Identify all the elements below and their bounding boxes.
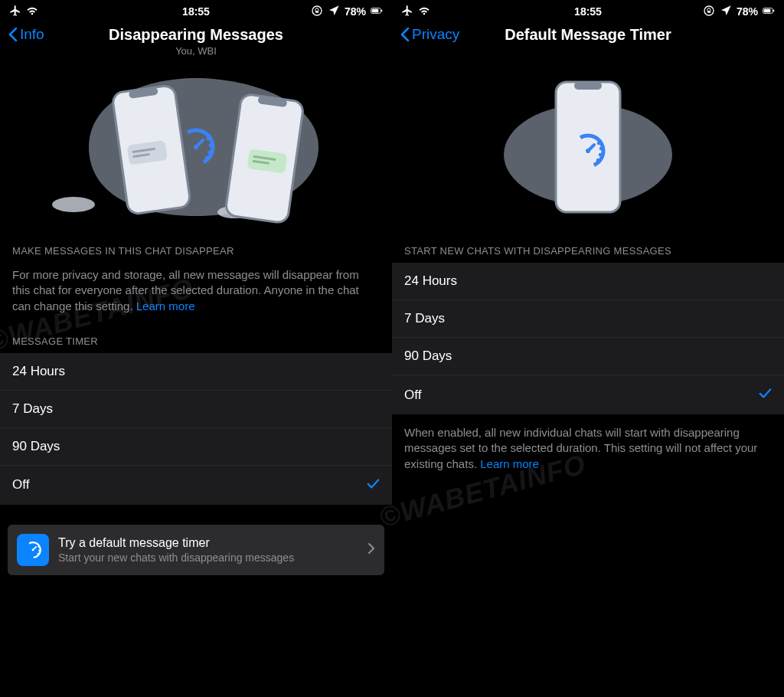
svg-point-21: [207, 137, 211, 141]
back-button[interactable]: Privacy: [400, 26, 459, 43]
learn-more-link[interactable]: Learn more: [480, 457, 539, 470]
timer-option[interactable]: 90 Days: [392, 338, 784, 375]
wifi-icon: [26, 5, 38, 19]
back-label: Privacy: [412, 26, 459, 43]
screen-default-message-timer: 18:55 78% Privacy Default Message Timer: [392, 0, 784, 697]
svg-rect-36: [556, 82, 620, 212]
orientation-lock-icon: [311, 5, 323, 19]
page-title: Disappearing Messages: [109, 26, 283, 44]
default-timer-promo[interactable]: Try a default message timer Start your n…: [8, 525, 384, 575]
timer-option-list: 24 Hours 7 Days 90 Days Off: [0, 353, 392, 505]
battery-percent: 78%: [737, 5, 758, 18]
illustration: [392, 63, 784, 231]
timer-option[interactable]: 24 Hours: [0, 353, 392, 391]
svg-point-5: [52, 197, 95, 212]
timer-option[interactable]: 90 Days: [0, 428, 392, 466]
airplane-icon: [9, 5, 21, 19]
back-button[interactable]: Info: [8, 26, 44, 43]
svg-point-25: [38, 552, 40, 555]
svg-point-23: [194, 145, 198, 149]
back-label: Info: [20, 26, 44, 43]
status-time: 18:55: [574, 5, 602, 18]
svg-point-18: [205, 156, 209, 160]
status-bar: 18:55 78%: [392, 0, 784, 21]
nav-header: Privacy Default Message Timer: [392, 21, 784, 63]
svg-rect-37: [574, 82, 602, 90]
timer-option[interactable]: 7 Days: [0, 391, 392, 428]
checkmark-icon: [758, 386, 772, 404]
wifi-icon: [418, 5, 430, 19]
section-desc-disappear: For more privacy and storage, all new me…: [0, 263, 392, 322]
promo-title: Try a default message timer: [58, 536, 358, 550]
svg-rect-4: [381, 9, 382, 11]
location-icon: [720, 5, 732, 19]
section-header-timer: MESSAGE TIMER: [0, 322, 392, 353]
timer-option-list: 24 Hours 7 Days 90 Days Off: [392, 263, 784, 414]
section-footer-desc: When enabled, all new individual chats w…: [392, 414, 784, 479]
svg-rect-33: [764, 8, 771, 12]
chevron-right-icon: [368, 542, 375, 558]
promo-subtitle: Start your new chats with disappearing m…: [58, 551, 358, 564]
page-title: Default Message Timer: [505, 26, 671, 44]
svg-rect-3: [372, 8, 379, 12]
svg-point-42: [597, 142, 601, 146]
svg-point-29: [32, 548, 34, 551]
section-header-new-chats: START NEW CHATS WITH DISAPPEARING MESSAG…: [392, 231, 784, 263]
illustration: [0, 63, 392, 231]
svg-point-41: [599, 147, 603, 151]
svg-rect-1: [315, 11, 318, 13]
svg-rect-31: [707, 11, 710, 13]
svg-rect-34: [773, 9, 774, 11]
page-subtitle: You, WBI: [175, 45, 217, 57]
svg-point-19: [208, 151, 212, 155]
timer-option[interactable]: Off: [392, 375, 784, 414]
svg-point-40: [599, 153, 603, 157]
nav-header: Info Disappearing Messages You, WBI: [0, 21, 392, 63]
section-header-disappear: MAKE MESSAGES IN THIS CHAT DISAPPEAR: [0, 231, 392, 263]
orientation-lock-icon: [703, 5, 715, 19]
learn-more-link[interactable]: Learn more: [136, 299, 195, 313]
battery-icon: [763, 5, 775, 19]
status-bar: 18:55 78%: [0, 0, 392, 21]
battery-icon: [371, 5, 383, 19]
svg-point-39: [596, 159, 600, 162]
svg-point-44: [586, 149, 590, 153]
timer-option[interactable]: 24 Hours: [392, 263, 784, 300]
timer-option[interactable]: 7 Days: [392, 300, 784, 338]
checkmark-icon: [366, 476, 380, 494]
battery-percent: 78%: [345, 5, 366, 18]
svg-point-20: [209, 144, 213, 148]
airplane-icon: [401, 5, 413, 19]
timer-badge-icon: [17, 534, 49, 566]
svg-point-26: [38, 549, 41, 551]
screen-disappearing-messages: 18:55 78% Info Disappearing Messages You…: [0, 0, 392, 697]
location-icon: [328, 5, 340, 19]
svg-point-27: [38, 545, 40, 548]
status-time: 18:55: [182, 5, 210, 18]
timer-option[interactable]: Off: [0, 466, 392, 505]
